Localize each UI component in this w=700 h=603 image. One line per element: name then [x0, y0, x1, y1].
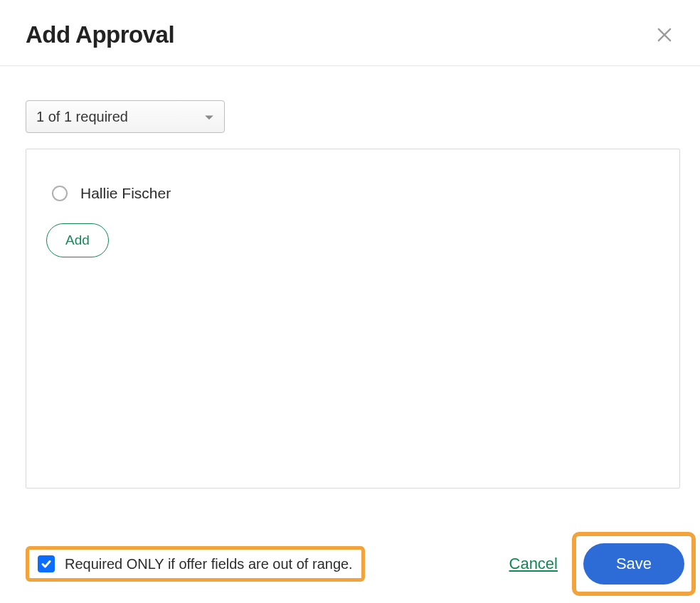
add-approver-label: Add — [65, 233, 90, 248]
modal-title: Add Approval — [26, 21, 174, 48]
required-out-of-range-checkbox[interactable] — [38, 555, 55, 572]
footer-actions: Cancel Save — [509, 532, 696, 596]
modal-footer: Required ONLY if offer fields are out of… — [0, 532, 700, 596]
close-icon[interactable] — [654, 25, 674, 45]
required-count-select[interactable]: 1 of 1 required — [26, 100, 225, 133]
modal-body: 1 of 1 required Hallie Fischer Add — [0, 66, 700, 489]
add-approver-button[interactable]: Add — [46, 223, 109, 257]
required-out-of-range-highlight: Required ONLY if offer fields are out of… — [26, 546, 365, 582]
add-approval-modal: Add Approval 1 of 1 required Hallie Fisc… — [0, 0, 700, 603]
modal-header: Add Approval — [0, 0, 700, 66]
approver-radio[interactable] — [52, 186, 68, 201]
save-button[interactable]: Save — [583, 543, 684, 585]
required-out-of-range-label: Required ONLY if offer fields are out of… — [65, 556, 353, 572]
approver-row: Hallie Fischer — [52, 185, 659, 202]
chevron-down-icon — [204, 109, 214, 125]
approver-name: Hallie Fischer — [80, 185, 171, 202]
save-button-label: Save — [616, 555, 652, 573]
save-button-highlight: Save — [572, 532, 696, 596]
cancel-button[interactable]: Cancel — [509, 555, 558, 573]
required-count-value: 1 of 1 required — [36, 109, 128, 125]
approvers-panel: Hallie Fischer Add — [26, 149, 680, 489]
